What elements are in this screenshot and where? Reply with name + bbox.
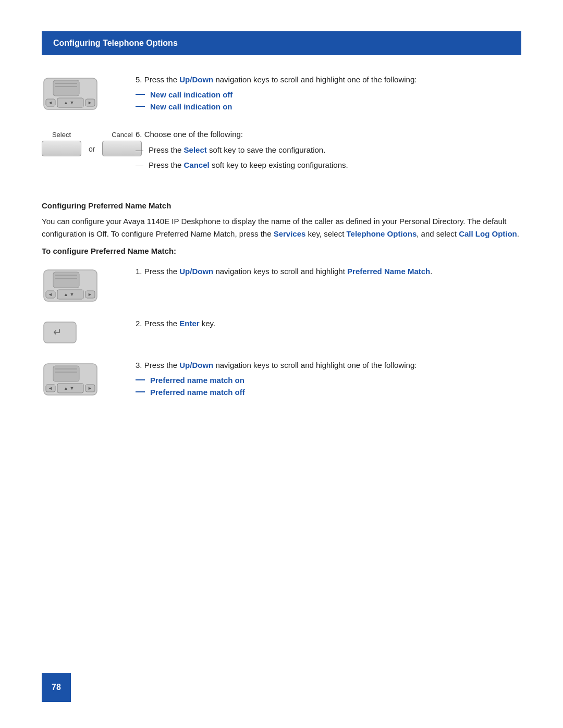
svg-rect-23 (53, 366, 79, 381)
preferred-updown-ref: Up/Down (179, 267, 213, 276)
section-divider-1 (42, 189, 521, 201)
svg-text:►: ► (88, 386, 92, 391)
page-wrapper: Configuring Telephone Options ◄ ► ▲ ▼ (0, 0, 563, 728)
preferred-step3-instruction: 3. Press the Up/Down navigation keys to … (136, 360, 521, 372)
dash-line-2 (136, 106, 145, 107)
step5-text-col: 5. Press the Up/Down navigation keys to … (125, 74, 521, 114)
enter-key-ref: Enter (179, 319, 199, 328)
preferred-step3-text: 3. Press the Up/Down navigation keys to … (125, 360, 521, 400)
telephone-options-ref: Telephone Options (347, 229, 417, 238)
svg-text:◄: ◄ (48, 386, 53, 391)
step6-bullets: — Press the Select soft key to save the … (136, 144, 521, 171)
select-key-group: Select (42, 131, 81, 156)
preferred-step1-instruction: 1. Press the Up/Down navigation keys to … (136, 266, 521, 278)
preferred-item1: Preferred name match on (136, 376, 521, 385)
svg-text:◄: ◄ (48, 292, 53, 297)
new-call-off-label: New call indication off (150, 90, 232, 99)
preferred-name-heading: Configuring Preferred Name Match (42, 201, 521, 210)
step5-row: ◄ ► ▲ ▼ 5. Press the Up/Down navigation … (42, 74, 521, 114)
preferred-step2-text: 2. Press the Enter key. (125, 318, 521, 334)
preferred-step2-row: ↵ 2. Press the Enter key. (42, 318, 521, 345)
bullet-dash-2: — (136, 159, 143, 171)
step6-icon-col: Select or Cancel (42, 129, 125, 162)
preferred-dash-1 (136, 379, 145, 380)
services-key-ref: Services (274, 229, 306, 238)
updown-key-label: Up/Down (179, 75, 213, 84)
svg-rect-11 (53, 272, 79, 288)
step5-icon-col: ◄ ► ▲ ▼ (42, 74, 125, 112)
select-key-label: Select (52, 131, 71, 139)
preferred-name-match-ref: Preferred Name Match (347, 267, 430, 276)
preferred-nav-device2-icon: ◄ ► ▲ ▼ (42, 362, 99, 397)
header-bar: Configuring Telephone Options (42, 31, 521, 55)
page-number: 78 (52, 683, 61, 692)
page-title: Configuring Telephone Options (53, 39, 178, 47)
call-log-option-ref: Call Log Option (459, 229, 517, 238)
preferred-step3-icon-col: ◄ ► ▲ ▼ (42, 360, 125, 397)
preferred-step2-icon-col: ↵ (42, 318, 125, 345)
svg-text:►: ► (88, 292, 92, 297)
configure-preferred-name-subheading: To configure Preferred Name Match: (42, 246, 521, 255)
preferred-name-on-label: Preferred name match on (150, 376, 244, 385)
svg-text:▲ ▼: ▲ ▼ (64, 386, 74, 391)
step6-bullet2: — Press the Cancel soft key to keep exis… (136, 159, 521, 171)
preferred-step1-row: ◄ ► ▲ ▼ 1. Press the Up/Down navigation … (42, 266, 521, 303)
svg-text:◄: ◄ (48, 100, 53, 105)
preferred-item2: Preferred name match off (136, 388, 521, 397)
preferred-step1-text: 1. Press the Up/Down navigation keys to … (125, 266, 521, 282)
preferred-name-body: You can configure your Avaya 1140E IP De… (42, 215, 521, 240)
step5-item1: New call indication off (136, 90, 521, 99)
select-key-ref: Select (184, 145, 207, 154)
bullet-dash-1: — (136, 144, 143, 156)
svg-text:▲ ▼: ▲ ▼ (64, 100, 74, 105)
or-text: or (89, 145, 95, 156)
preferred-updown-ref2: Up/Down (179, 361, 213, 369)
page-number-box: 78 (42, 673, 71, 702)
select-key-button[interactable] (42, 141, 81, 156)
step5-instruction: 5. Press the Up/Down navigation keys to … (136, 74, 521, 86)
step5-item2: New call indication on (136, 102, 521, 111)
svg-text:▲ ▼: ▲ ▼ (64, 292, 74, 297)
svg-text:↵: ↵ (53, 326, 62, 338)
nav-keys-device-icon: ◄ ► ▲ ▼ (42, 76, 99, 112)
step6-row: Select or Cancel 6. Choose one of the fo… (42, 129, 521, 175)
preferred-name-off-label: Preferred name match off (150, 388, 245, 397)
step6-text-col: 6. Choose one of the following: — Press … (125, 129, 521, 175)
preferred-dash-2 (136, 391, 145, 392)
preferred-nav-device-icon: ◄ ► ▲ ▼ (42, 268, 99, 303)
new-call-on-label: New call indication on (150, 102, 232, 111)
preferred-step1-icon-col: ◄ ► ▲ ▼ (42, 266, 125, 303)
preferred-step2-instruction: 2. Press the Enter key. (136, 318, 521, 330)
dash-line-1 (136, 94, 145, 95)
step6-intro: 6. Choose one of the following: (136, 129, 521, 141)
enter-key-device-icon: ↵ (42, 320, 78, 345)
svg-rect-1 (53, 80, 79, 96)
preferred-step3-row: ◄ ► ▲ ▼ 3. Press the Up/Down navigation … (42, 360, 521, 400)
step6-bullet1: — Press the Select soft key to save the … (136, 144, 521, 156)
svg-text:►: ► (88, 100, 92, 105)
cancel-key-ref: Cancel (184, 161, 210, 169)
